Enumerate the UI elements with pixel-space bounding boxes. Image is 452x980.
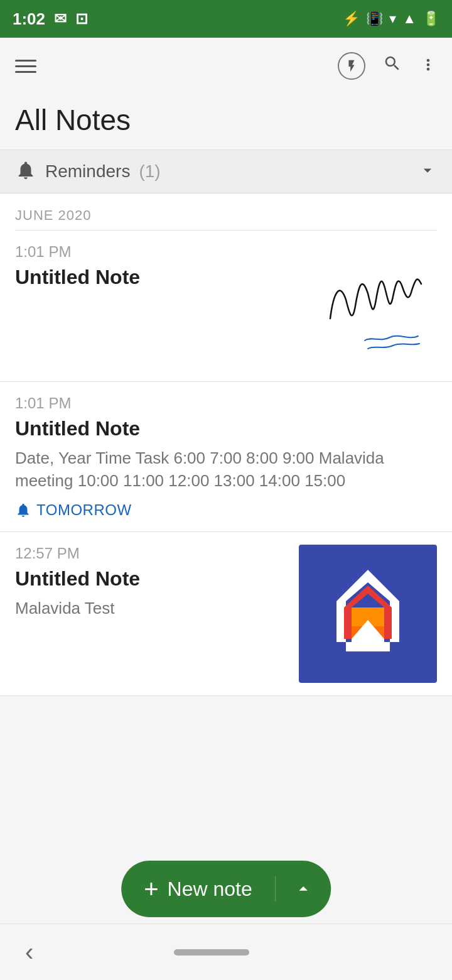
svg-marker-7 xyxy=(384,607,392,639)
nav-pill xyxy=(174,949,249,956)
note-preview-2: Date, Year Time Task 6:00 7:00 8:00 9:00… xyxy=(15,447,424,493)
note-title-1: Untitled Note xyxy=(15,266,299,289)
vibrate-icon: 📳 xyxy=(366,11,383,27)
fab-main-area[interactable]: + New note xyxy=(121,876,276,901)
svg-marker-10 xyxy=(352,639,384,648)
note-time-1: 1:01 PM xyxy=(15,243,299,261)
screenshot-icon: ⊡ xyxy=(75,10,88,28)
note-handwriting-1 xyxy=(311,243,437,369)
note-content-2: 1:01 PM Untitled Note Date, Year Time Ta… xyxy=(15,395,437,519)
flash-button[interactable] xyxy=(338,52,365,80)
reminders-count: (1) xyxy=(139,161,160,182)
fab-area: + New note xyxy=(121,861,331,917)
menu-button[interactable] xyxy=(15,60,36,73)
reminders-label: Reminders xyxy=(45,161,130,182)
more-options-button[interactable] xyxy=(419,53,437,79)
gmail-icon: ✉ xyxy=(54,10,67,28)
note-item-1[interactable]: 1:01 PM Untitled Note xyxy=(0,231,452,382)
note-content-1: 1:01 PM Untitled Note xyxy=(15,243,311,295)
reminders-bar[interactable]: Reminders (1) xyxy=(0,150,452,193)
battery-icon: 🔋 xyxy=(422,11,439,27)
status-bar: 1:02 ✉ ⊡ ⚡ 📳 ▾ ▲ 🔋 xyxy=(0,0,452,38)
wifi-icon: ▾ xyxy=(389,11,396,27)
svg-marker-6 xyxy=(344,607,352,639)
note-preview-3: Malavida Test xyxy=(15,597,286,619)
back-button[interactable]: ‹ xyxy=(25,938,33,966)
note-time-3: 12:57 PM xyxy=(15,545,286,562)
reminders-dropdown-icon[interactable] xyxy=(418,161,437,182)
page-title-section: All Notes xyxy=(0,94,452,150)
fab-label-text: New note xyxy=(168,878,252,901)
fab-chevron-button[interactable] xyxy=(276,879,331,899)
note-time-2: 1:01 PM xyxy=(15,395,424,412)
search-button[interactable] xyxy=(383,54,402,78)
note-item-3[interactable]: 12:57 PM Untitled Note Malavida Test xyxy=(0,532,452,696)
section-date: JUNE 2020 xyxy=(15,207,92,223)
bluetooth-icon: ⚡ xyxy=(343,11,360,27)
new-note-fab[interactable]: + New note xyxy=(121,861,331,917)
page-title: All Notes xyxy=(15,103,437,137)
note-title-3: Untitled Note xyxy=(15,567,286,591)
reminder-tag-text: TOMORROW xyxy=(36,501,132,519)
fab-plus-icon: + xyxy=(144,876,158,901)
toolbar xyxy=(0,38,452,94)
note-thumbnail-3 xyxy=(299,545,437,683)
note-reminder-2: TOMORROW xyxy=(15,501,424,519)
note-item-2[interactable]: 1:01 PM Untitled Note Date, Year Time Ta… xyxy=(0,382,452,532)
status-time: 1:02 xyxy=(13,9,45,29)
bottom-nav: ‹ xyxy=(0,923,452,980)
section-date-header: JUNE 2020 xyxy=(0,193,452,230)
note-title-2: Untitled Note xyxy=(15,417,424,440)
content: JUNE 2020 1:01 PM Untitled Note 1:01 PM … xyxy=(0,193,452,696)
reminder-bell-icon xyxy=(15,160,36,183)
signal-icon: ▲ xyxy=(402,11,416,27)
note-content-3: 12:57 PM Untitled Note Malavida Test xyxy=(15,545,299,619)
